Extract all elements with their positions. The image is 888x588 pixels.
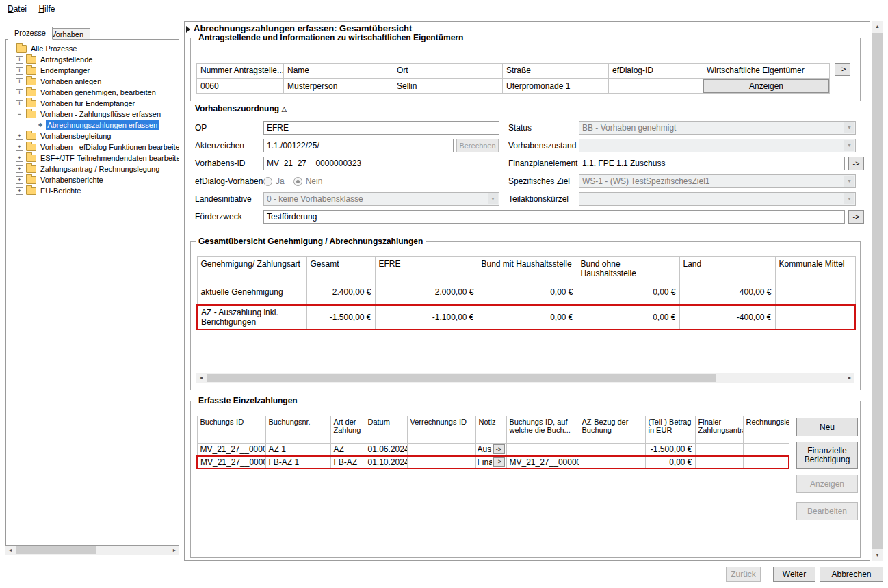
payments-row-fb-az-highlighted[interactable]: MV_21_27__000000 FB-AZ 1 FB-AZ 01.10.202… <box>197 456 789 468</box>
folder-icon <box>26 187 36 195</box>
folder-icon <box>26 176 36 184</box>
folder-icon <box>26 133 36 140</box>
expander-plus-icon[interactable]: + <box>16 67 23 75</box>
scroll-right-icon[interactable]: ► <box>845 373 854 383</box>
tree-item-antragstellende[interactable]: + Antragstellende <box>6 54 179 65</box>
menu-datei[interactable]: Datei <box>3 3 31 15</box>
tree-item-zahlungsfluesse[interactable]: − Vorhaben - Zahlungsflüsse erfassen <box>6 109 179 120</box>
tree-item-eu-berichte[interactable]: + EU-Berichte <box>6 185 179 196</box>
section-collapse-icon[interactable]: △ <box>281 105 287 113</box>
panel-collapse-icon[interactable] <box>186 26 190 33</box>
assignment-section-line <box>294 109 861 109</box>
scroll-up-icon[interactable]: ▲ <box>872 21 883 32</box>
tab-prozesse[interactable]: Prozesse <box>8 27 53 40</box>
expander-minus-icon[interactable]: − <box>16 111 23 118</box>
folder-icon <box>26 144 36 151</box>
vertical-scrollbar[interactable]: ▲ ▼ <box>872 21 883 561</box>
tree-item-alle-prozesse[interactable]: Alle Prozesse <box>6 43 179 54</box>
expander-plus-icon[interactable]: + <box>16 100 23 107</box>
overview-horizontal-scrollbar[interactable]: ◄ ► <box>196 373 854 383</box>
weiter-button[interactable]: Weiter <box>773 567 815 582</box>
applicants-legend: Antragstellende und Informationen zu wir… <box>196 33 466 42</box>
folder-icon <box>16 45 27 53</box>
expander-plus-icon[interactable]: + <box>16 144 23 151</box>
op-input[interactable]: EFRE <box>263 121 499 135</box>
expander-plus-icon[interactable]: + <box>16 155 23 162</box>
process-leaf-icon: ◆ <box>38 122 42 128</box>
vorhabenszustand-label: Vorhabenszustand <box>508 141 576 150</box>
expander-plus-icon[interactable]: + <box>16 56 23 64</box>
v-scrollbar-thumb[interactable] <box>872 33 883 549</box>
menubar: Datei Hilfe <box>0 0 888 18</box>
folder-icon <box>26 100 36 107</box>
tree-item-vorhaben-anlegen[interactable]: + Vorhaben anlegen <box>6 76 179 87</box>
finanzplanelement-goto-button[interactable]: -> <box>848 157 864 170</box>
aktenzeichen-input[interactable]: 1.1./00122/25/ <box>263 139 454 152</box>
zurueck-button: Zurück <box>726 567 761 582</box>
overview-legend: Gesamtübersicht Genehmigung / Abrechnung… <box>196 237 426 246</box>
tree-item-vorhaben-endempfaenger[interactable]: + Vorhaben für Endempfänger <box>6 98 179 109</box>
vorhabens-id-label: Vorhabens-ID <box>195 159 245 168</box>
tree-item-esf-jtf[interactable]: + ESF+/JTF-Teilnehmendendaten bearbeiten <box>6 152 179 163</box>
chevron-down-icon: ▼ <box>844 176 854 187</box>
landesinitiative-select: 0 - keine Vorhabensklasse▼ <box>263 192 499 206</box>
tree-item-vorhabensbegleitung[interactable]: + Vorhabensbegleitung <box>6 131 179 142</box>
scroll-down-icon[interactable]: ▼ <box>872 550 883 561</box>
h-scrollbar-thumb[interactable] <box>207 374 716 382</box>
main-panel: Abrechnungszahlungen erfassen: Gesamtübe… <box>184 21 870 561</box>
spezifisches-ziel-select: WS-1 - (WS) TestSpezifischesZiel1▼ <box>579 174 856 188</box>
overview-table: Genehmigung/ Zahlungsart Gesamt EFRE Bun… <box>196 256 856 330</box>
aktenzeichen-label: Aktenzeichen <box>195 141 244 150</box>
expander-plus-icon[interactable]: + <box>16 89 23 96</box>
teilaktionskuerzel-select: ▼ <box>579 192 856 206</box>
h-scrollbar-thumb[interactable] <box>16 546 96 554</box>
chevron-down-icon: ▼ <box>844 193 854 204</box>
foerderzweck-input[interactable]: Testförderung <box>263 210 845 224</box>
notiz-goto-button[interactable]: -> <box>493 457 505 467</box>
tree-item-abrechnungszahlungen[interactable]: ◆ Abrechnungszahlungen erfassen <box>6 120 179 131</box>
folder-icon <box>26 78 36 85</box>
tree-item-vorhaben-genehmigen[interactable]: + Vorhaben genehmigen, bearbeiten <box>6 87 179 98</box>
scroll-left-icon[interactable]: ◄ <box>5 546 15 555</box>
wirtschaftliche-eigentuemer-anzeigen-button[interactable]: Anzeigen <box>703 79 829 93</box>
finanzplanelement-input[interactable]: 1.1. FPE 1.1 Zuschuss <box>579 157 845 170</box>
scroll-right-icon[interactable]: ► <box>170 546 179 555</box>
sidebar: Prozesse Vorhaben Alle Prozesse + Antrag… <box>5 27 179 555</box>
folder-icon <box>26 111 36 118</box>
expander-plus-icon[interactable]: + <box>16 78 23 85</box>
scroll-left-icon[interactable]: ◄ <box>196 373 206 383</box>
nein-radio <box>293 177 302 186</box>
efdialog-radio-group: Ja Nein <box>263 174 328 188</box>
overview-row-genehmigung[interactable]: aktuelle Genehmigung 2.400,00 € 2.000,00… <box>197 280 855 305</box>
status-select: BB - Vorhaben genehmigt▼ <box>579 121 856 135</box>
tree-item-vorhabensberichte[interactable]: + Vorhabensberichte <box>6 174 179 185</box>
landesinitiative-label: Landesinitiative <box>195 194 252 204</box>
tree-item-zahlungsantrag[interactable]: + Zahlungsantrag / Rechnungslegung <box>6 163 179 174</box>
expander-plus-icon[interactable]: + <box>16 133 23 140</box>
applicants-row[interactable]: 0060 Musterperson Sellin Uferpromonade 1… <box>197 79 830 94</box>
sidebar-horizontal-scrollbar[interactable]: ◄ ► <box>5 546 179 555</box>
overview-row-auszahlung-highlighted[interactable]: AZ - Auszahlung inkl. Berichtigungen -1.… <box>197 305 855 330</box>
notiz-goto-button[interactable]: -> <box>493 444 505 454</box>
tree-item-efdialog-funktionen[interactable]: + Vorhaben - efDialog Funktionen bearbei… <box>6 142 179 152</box>
expander-plus-icon[interactable]: + <box>16 165 23 173</box>
foerderzweck-goto-button[interactable]: -> <box>848 210 864 224</box>
foerderzweck-label: Förderzweck <box>195 212 242 222</box>
chevron-down-icon: ▼ <box>844 122 854 133</box>
abbrechen-button[interactable]: Abbrechen <box>820 567 883 582</box>
payments-row-az[interactable]: MV_21_27__000000 AZ 1 AZ 01.06.2024 Aus-… <box>197 444 789 456</box>
tree-item-endempfaenger[interactable]: + Endempfänger <box>6 65 179 76</box>
applicants-goto-button[interactable]: -> <box>835 63 850 76</box>
vorhabens-id-input[interactable]: MV_21_27__0000000323 <box>263 157 499 170</box>
folder-icon <box>26 155 36 162</box>
payments-header-row: Buchungs-ID Buchungsnr. Art der Zahlung … <box>197 416 789 444</box>
chevron-down-icon: ▼ <box>488 193 498 204</box>
expander-plus-icon[interactable]: + <box>16 176 23 184</box>
vorhabenszustand-select: ▼ <box>579 139 856 152</box>
status-label: Status <box>508 123 532 133</box>
neu-button[interactable]: Neu <box>796 418 858 436</box>
folder-icon <box>26 56 36 64</box>
finanzielle-berichtigung-button[interactable]: Finanzielle Berichtigung <box>796 442 858 469</box>
menu-hilfe[interactable]: Hilfe <box>34 3 60 15</box>
expander-plus-icon[interactable]: + <box>16 187 23 195</box>
